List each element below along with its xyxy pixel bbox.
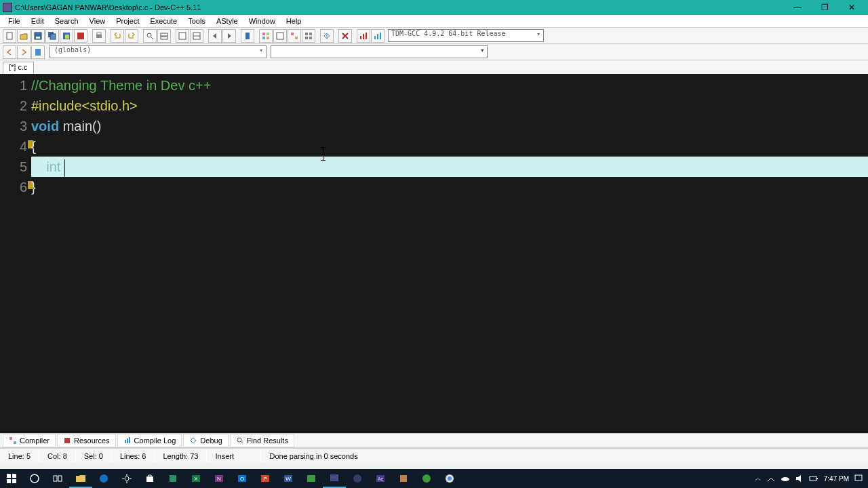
menu-view[interactable]: View: [84, 16, 111, 26]
code-editor[interactable]: 1 2 3 4 5 6 //Changing Theme in Dev c++ …: [0, 74, 868, 433]
outlook-taskbar-icon[interactable]: O: [231, 469, 254, 488]
profile-analysis-button[interactable]: [371, 29, 384, 43]
undo-button[interactable]: [111, 29, 124, 43]
open-button[interactable]: [17, 29, 31, 43]
menu-project[interactable]: Project: [111, 16, 144, 26]
close-file-button[interactable]: [74, 29, 87, 43]
save-as-button[interactable]: [60, 29, 73, 43]
menu-file[interactable]: File: [3, 16, 26, 26]
excel-taskbar-icon[interactable]: X: [184, 469, 208, 488]
gutter-line: 3: [0, 116, 27, 136]
scope-select[interactable]: (globals): [50, 45, 267, 58]
maximize-button[interactable]: ❐: [811, 1, 838, 14]
app-icon: [3, 3, 12, 12]
start-button[interactable]: [0, 469, 23, 488]
svg-point-53: [100, 474, 108, 483]
caret-icon: [64, 159, 65, 177]
back-button[interactable]: [208, 29, 222, 43]
powerpoint-taskbar-icon[interactable]: P: [254, 469, 277, 488]
onenote-taskbar-icon[interactable]: N: [208, 469, 231, 488]
code-text: void: [31, 119, 59, 134]
redo-button[interactable]: [125, 29, 138, 43]
tray-chevron-icon[interactable]: ︿: [755, 474, 762, 483]
dreamweaver-taskbar-icon[interactable]: [300, 469, 323, 488]
menu-search[interactable]: Search: [50, 16, 84, 26]
svg-point-10: [147, 33, 151, 37]
task-view-button[interactable]: [46, 469, 69, 488]
menu-astyle[interactable]: AStyle: [211, 16, 243, 26]
svg-rect-47: [12, 474, 16, 478]
log-icon: [123, 436, 132, 445]
menu-window[interactable]: Window: [243, 16, 281, 26]
svg-rect-36: [380, 33, 381, 39]
close-button[interactable]: ✕: [838, 1, 865, 14]
code-area[interactable]: //Changing Theme in Dev c++ #include<std…: [31, 74, 868, 433]
devcpp-taskbar-icon[interactable]: [323, 469, 346, 488]
svg-rect-48: [7, 479, 11, 483]
menu-tools[interactable]: Tools: [182, 16, 211, 26]
globe-taskbar-icon[interactable]: [415, 469, 438, 488]
symbol-select[interactable]: [271, 45, 488, 58]
svg-point-77: [422, 474, 431, 483]
editor-tabs: [*] c.c: [0, 60, 868, 74]
replace-button[interactable]: [157, 29, 171, 43]
svg-rect-76: [400, 475, 407, 482]
save-button[interactable]: [31, 29, 45, 43]
print-button[interactable]: [92, 29, 106, 43]
tab-compile-log[interactable]: Compile Log: [117, 434, 182, 447]
tab-resources[interactable]: Resources: [57, 434, 116, 447]
svg-line-45: [241, 441, 243, 443]
stop-button[interactable]: [338, 29, 352, 43]
system-tray: ︿ 7:47 PM: [755, 474, 868, 483]
save-all-button[interactable]: [45, 29, 59, 43]
tray-clock[interactable]: 7:47 PM: [824, 475, 849, 483]
menu-edit[interactable]: Edit: [26, 16, 50, 26]
gutter-line: 6: [0, 177, 27, 197]
minimize-button[interactable]: —: [784, 1, 811, 14]
goto-next-button[interactable]: [17, 45, 31, 59]
tab-find-results[interactable]: Find Results: [230, 434, 294, 447]
menu-execute[interactable]: Execute: [144, 16, 182, 26]
menu-help[interactable]: Help: [281, 16, 307, 26]
bookmark-button[interactable]: [241, 29, 254, 43]
svg-rect-33: [366, 33, 367, 39]
tray-notification-icon[interactable]: [854, 474, 863, 483]
edge-taskbar-icon[interactable]: [92, 469, 115, 488]
app-taskbar-icon[interactable]: [161, 469, 184, 488]
svg-rect-41: [125, 440, 126, 443]
tray-onedrive-icon[interactable]: [781, 475, 790, 482]
aftereffects-taskbar-icon[interactable]: Ae: [369, 469, 392, 488]
store-taskbar-icon[interactable]: [138, 469, 161, 488]
profile-button[interactable]: [357, 29, 370, 43]
app2-taskbar-icon[interactable]: [392, 469, 415, 488]
compile-button[interactable]: [259, 29, 273, 43]
debug-button[interactable]: [320, 29, 334, 43]
svg-rect-52: [58, 476, 62, 481]
find-button[interactable]: [143, 29, 157, 43]
editor-tab-cc[interactable]: [*] c.c: [3, 62, 34, 74]
compiler-select[interactable]: TDM-GCC 4.9.2 64-bit Release: [388, 29, 544, 42]
navigation-toolbar: (globals): [0, 44, 868, 60]
settings-taskbar-icon[interactable]: [115, 469, 138, 488]
insert-button[interactable]: [31, 45, 45, 59]
explorer-taskbar-icon[interactable]: [69, 469, 92, 488]
new-file-button[interactable]: [3, 29, 16, 43]
tab-compiler[interactable]: Compiler: [3, 434, 56, 447]
svg-rect-39: [14, 441, 16, 444]
tab-debug[interactable]: Debug: [183, 434, 228, 447]
goto-button[interactable]: [190, 29, 203, 43]
tray-network-icon[interactable]: [767, 474, 775, 483]
rebuild-button[interactable]: [302, 29, 315, 43]
tray-battery-icon[interactable]: [809, 475, 818, 482]
gutter-line: 1: [0, 75, 27, 96]
cortana-button[interactable]: [23, 469, 46, 488]
chrome-taskbar-icon[interactable]: [438, 469, 461, 488]
compile-run-button[interactable]: [288, 29, 301, 43]
find-next-button[interactable]: [176, 29, 189, 43]
word-taskbar-icon[interactable]: W: [277, 469, 300, 488]
eclipse-taskbar-icon[interactable]: [346, 469, 369, 488]
forward-button[interactable]: [222, 29, 236, 43]
tray-volume-icon[interactable]: [795, 474, 804, 483]
goto-prev-button[interactable]: [3, 45, 16, 59]
run-button[interactable]: [273, 29, 287, 43]
